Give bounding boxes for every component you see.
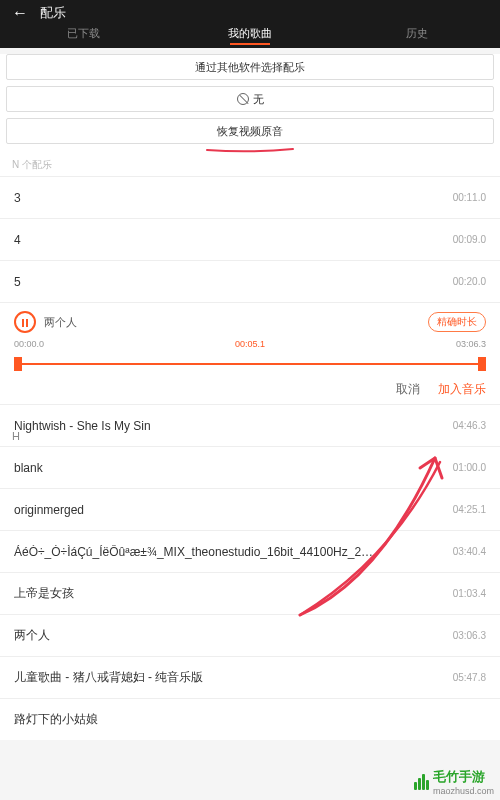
track-duration: 01:03.4 <box>453 588 486 599</box>
header-bar: ← 配乐 已下载 我的歌曲 历史 <box>0 0 500 48</box>
track-name: 5 <box>14 275 21 289</box>
track-name: Nightwish - She Is My Sin <box>14 419 151 433</box>
track-duration: 00:09.0 <box>453 234 486 245</box>
watermark-logo-icon <box>414 774 429 790</box>
track-name: 儿童歌曲 - 猪八戒背媳妇 - 纯音乐版 <box>14 669 203 686</box>
track-row[interactable]: 儿童歌曲 - 猪八戒背媳妇 - 纯音乐版 05:47.8 <box>0 656 500 698</box>
time-current: 00:05.1 <box>235 339 265 349</box>
track-row[interactable]: 4 00:09.0 <box>0 218 500 260</box>
slider-track <box>14 363 486 365</box>
track-row[interactable]: 上帝是女孩 01:03.4 <box>0 572 500 614</box>
track-name: 4 <box>14 233 21 247</box>
track-name: 两个人 <box>14 627 50 644</box>
option-label: 通过其他软件选择配乐 <box>195 60 305 75</box>
option-label: 恢复视频原音 <box>217 124 283 139</box>
cancel-button[interactable]: 取消 <box>396 381 420 398</box>
track-duration: 04:46.3 <box>453 420 486 431</box>
track-duration: 05:47.8 <box>453 672 486 683</box>
page-title: 配乐 <box>40 4 66 22</box>
track-duration: 04:25.1 <box>453 504 486 515</box>
track-row[interactable]: 5 00:20.0 <box>0 260 500 302</box>
confirm-add-music-button[interactable]: 加入音乐 <box>438 381 486 398</box>
track-duration: 00:20.0 <box>453 276 486 287</box>
precise-duration-button[interactable]: 精确时长 <box>428 312 486 332</box>
option-none[interactable]: 无 <box>6 86 494 112</box>
track-duration: 03:06.3 <box>453 630 486 641</box>
watermark-link: maozhusd.com <box>433 786 494 796</box>
tab-history[interactable]: 历史 <box>333 26 500 45</box>
track-list-after: Nightwish - She Is My Sin 04:46.3 blank … <box>0 404 500 740</box>
back-icon[interactable]: ← <box>12 4 28 22</box>
option-restore-audio[interactable]: 恢复视频原音 <box>6 118 494 144</box>
option-label: 无 <box>253 92 264 107</box>
track-row[interactable]: Nightwish - She Is My Sin 04:46.3 <box>0 404 500 446</box>
track-duration: 03:40.4 <box>453 546 486 557</box>
slider-handle-start[interactable] <box>14 357 22 371</box>
track-name: blank <box>14 461 43 475</box>
track-row[interactable]: 两个人 03:06.3 <box>0 614 500 656</box>
track-row[interactable]: ÁéÓ÷_Ó÷ÌáÇú_ÍëÔûªæ±¾_MIX_theonestudio_16… <box>0 530 500 572</box>
time-start: 00:00.0 <box>14 339 44 349</box>
option-other-software[interactable]: 通过其他软件选择配乐 <box>6 54 494 80</box>
player-track-title: 两个人 <box>44 315 77 330</box>
track-row[interactable]: 路灯下的小姑娘 <box>0 698 500 740</box>
tab-bar: 已下载 我的歌曲 历史 <box>0 22 500 48</box>
slider-handle-end[interactable] <box>478 357 486 371</box>
track-name: 上帝是女孩 <box>14 585 74 602</box>
watermark-brand: 毛竹手游 <box>433 768 494 786</box>
ban-icon <box>237 93 249 105</box>
main-content: 通过其他软件选择配乐 无 恢复视频原音 N 个配乐 3 00:11.0 4 00… <box>0 54 500 740</box>
trim-slider[interactable] <box>14 351 486 371</box>
track-name: ÁéÓ÷_Ó÷ÌáÇú_ÍëÔûªæ±¾_MIX_theonestudio_16… <box>14 545 374 559</box>
track-name: 路灯下的小姑娘 <box>14 711 98 728</box>
track-row[interactable]: blank 01:00.0 <box>0 446 500 488</box>
track-row[interactable]: 3 00:11.0 <box>0 176 500 218</box>
track-duration: 00:11.0 <box>453 192 486 203</box>
time-end: 03:06.3 <box>456 339 486 349</box>
player-panel: 两个人 精确时长 00:00.0 00:05.1 03:06.3 取消 加入音乐 <box>0 302 500 404</box>
watermark: 毛竹手游 maozhusd.com <box>414 768 494 796</box>
tab-downloaded[interactable]: 已下载 <box>0 26 167 45</box>
track-duration: 01:00.0 <box>453 462 486 473</box>
pause-button[interactable] <box>14 311 36 333</box>
section-label: N 个配乐 <box>0 150 500 176</box>
annotation-underline <box>205 147 295 153</box>
pause-icon <box>21 313 29 331</box>
track-name: 3 <box>14 191 21 205</box>
index-letter: H <box>12 430 20 442</box>
tab-my-songs[interactable]: 我的歌曲 <box>167 26 334 45</box>
track-list-before: 3 00:11.0 4 00:09.0 5 00:20.0 <box>0 176 500 302</box>
track-name: originmerged <box>14 503 84 517</box>
track-row[interactable]: originmerged 04:25.1 <box>0 488 500 530</box>
